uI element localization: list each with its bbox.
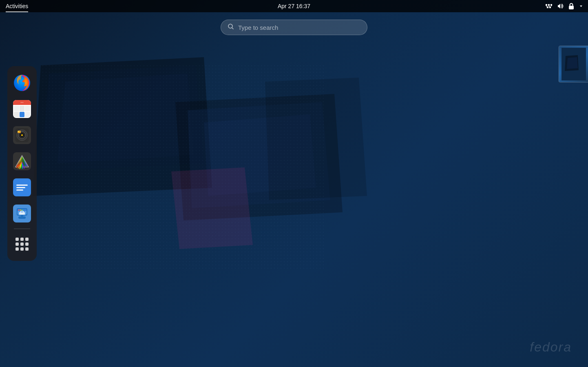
cal-header (13, 100, 31, 105)
svg-rect-14 (549, 7, 551, 8)
svg-line-22 (232, 28, 234, 29)
dock-item-notes[interactable] (10, 176, 34, 199)
search-bar (221, 20, 367, 35)
network-icon[interactable] (544, 3, 554, 9)
svg-point-30 (18, 131, 19, 132)
inkscape-icon (13, 152, 31, 170)
workspace-thumbnail[interactable] (559, 46, 588, 82)
search-container (221, 20, 367, 35)
svg-rect-11 (548, 4, 550, 6)
dock-item-calendar[interactable] (10, 97, 34, 121)
svg-rect-13 (547, 7, 548, 8)
search-icon (228, 23, 234, 31)
dock-item-software[interactable] (10, 202, 34, 225)
note-line-1 (16, 185, 28, 186)
calendar-icon (13, 100, 31, 118)
dock-item-rhythmbox[interactable] (10, 123, 34, 147)
background-shapes (0, 0, 588, 367)
dock-item-show-apps[interactable] (10, 232, 34, 256)
app-dot-8 (20, 247, 24, 251)
fedora-watermark: fedora (530, 340, 572, 355)
svg-rect-10 (546, 4, 547, 6)
dock-item-inkscape[interactable] (10, 149, 34, 173)
cal-body (13, 105, 31, 118)
note-line-3 (16, 189, 23, 191)
app-dot-7 (15, 247, 19, 251)
lock-icon[interactable] (567, 3, 576, 9)
datetime-display: Apr 27 16:37 (278, 3, 310, 9)
notes-icon (13, 178, 31, 196)
svg-point-21 (228, 24, 232, 28)
dock-item-firefox[interactable] (10, 71, 34, 95)
svg-point-28 (21, 134, 23, 136)
svg-point-47 (18, 209, 20, 211)
app-dot-2 (20, 238, 24, 241)
svg-rect-8 (41, 65, 326, 269)
app-dot-1 (15, 238, 19, 241)
watermark-text: fedora (530, 340, 572, 354)
topbar: Activities Apr 27 16:37 (0, 0, 588, 12)
app-dot-4 (15, 242, 19, 246)
topbar-right (544, 3, 588, 9)
svg-rect-51 (21, 216, 23, 217)
app-dot-5 (20, 242, 24, 246)
note-line-2 (16, 187, 25, 188)
activities-button[interactable]: Activities (0, 0, 34, 12)
system-menu-arrow[interactable] (577, 4, 585, 8)
app-grid-icon (13, 235, 31, 253)
dock-separator (14, 229, 30, 229)
svg-point-49 (22, 209, 23, 211)
app-grid-dots (15, 238, 29, 251)
volume-icon[interactable] (555, 3, 565, 9)
app-dot-6 (25, 242, 29, 246)
topbar-clock[interactable]: Apr 27 16:37 (278, 3, 310, 9)
app-dot-9 (25, 247, 29, 251)
svg-rect-20 (569, 6, 574, 9)
svg-point-48 (20, 209, 21, 211)
rhythmbox-icon (13, 126, 31, 144)
svg-rect-12 (550, 4, 552, 6)
dock (7, 66, 37, 261)
search-input[interactable] (238, 24, 360, 31)
svg-marker-54 (567, 57, 578, 69)
workspace-thumbnail-inner (559, 46, 588, 82)
activities-label: Activities (6, 3, 28, 9)
app-dot-3 (25, 238, 29, 241)
topbar-left: Activities (0, 0, 34, 12)
software-icon (13, 205, 31, 222)
